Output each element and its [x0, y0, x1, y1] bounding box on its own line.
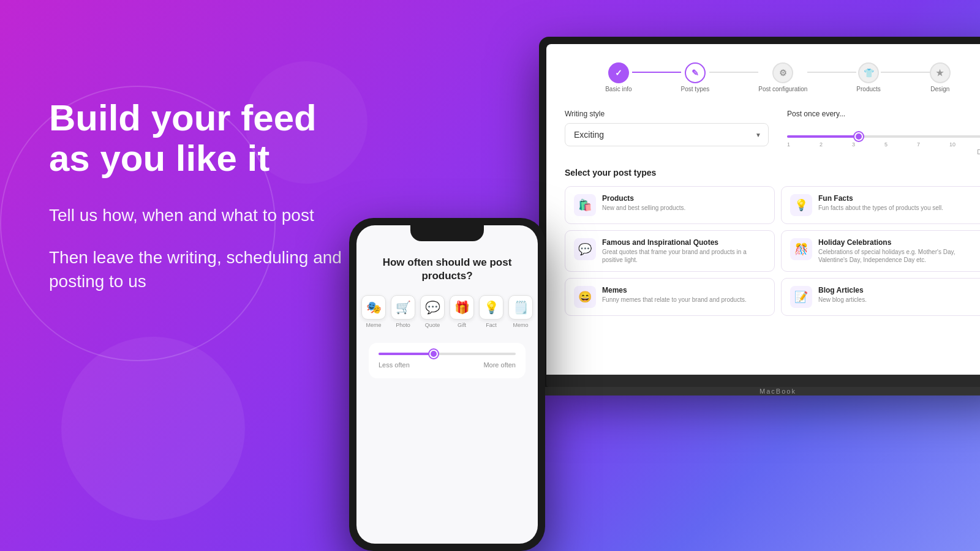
post-types-title: Select your post types [565, 168, 980, 178]
phone-icon-fact[interactable]: 💡 Fact [479, 295, 503, 328]
step-label-design: Design [930, 86, 949, 92]
post-type-icon-memes: 😄 [574, 286, 596, 308]
post-type-desc-holidays: Celebrations of special holidays e.g. Mo… [818, 248, 980, 264]
post-type-name-quotes: Famous and Inspirational Quotes [602, 238, 766, 247]
phone-label-more: More often [483, 361, 516, 369]
tick-3: 3 [852, 141, 855, 148]
phone-wrapper: How often should we post products? 🎭 Mem… [349, 218, 545, 551]
post-type-info-fun-facts: Fun Facts Fun facts about the types of p… [818, 194, 943, 212]
phone-icon-label-gift: Gift [458, 322, 466, 328]
tick-5: 7 [917, 141, 920, 148]
wizard-step-post-config[interactable]: ⚙ Post configuration [758, 62, 807, 92]
tick-6: 10 [949, 141, 956, 148]
post-type-info-blog: Blog Articles New blog articles. [818, 286, 867, 304]
phone-icon-label-fact: Fact [486, 322, 497, 328]
post-frequency-label: Post once every... [787, 110, 980, 118]
laptop-foot: MacBook [539, 387, 980, 395]
tick-1: 1 [787, 141, 790, 148]
phone-slider-fill [379, 353, 434, 355]
step-line-2 [709, 72, 758, 73]
post-type-name-blog: Blog Articles [818, 286, 867, 294]
writing-style-label: Writing style [565, 110, 769, 118]
phone-icon-memo[interactable]: 🗒️ Memo [508, 295, 533, 328]
post-type-icon-products: 🛍️ [574, 194, 596, 216]
post-type-icon-quotes: 💬 [574, 238, 596, 260]
phone-icon-bubble-quote: 💬 [420, 295, 445, 320]
tick-2: 2 [820, 141, 823, 148]
step-icon-basic-info: ✓ [608, 62, 629, 83]
phone-question: How often should we post products? [369, 256, 526, 283]
post-type-icon-holidays: 🎊 [790, 238, 812, 260]
phone-icon-gift[interactable]: 🎁 Gift [450, 295, 474, 328]
settings-row: Writing style Exciting ▼ Post once every… [565, 110, 980, 156]
wizard-step-products[interactable]: 👕 Products [856, 62, 880, 92]
bg-decoration-1 [61, 337, 245, 520]
frequency-slider-labels: 1 2 3 5 7 10 14 [787, 141, 980, 148]
post-type-desc-memes: Funny memes that relate to your brand an… [602, 296, 747, 304]
phone-slider-track[interactable] [379, 353, 516, 355]
post-type-card-memes[interactable]: 😄 Memes Funny memes that relate to your … [565, 278, 775, 316]
writing-style-select[interactable]: Exciting ▼ [565, 123, 769, 146]
post-type-name-memes: Memes [602, 286, 747, 294]
laptop-frame: ✓ Basic info ✎ Post types ⚙ Post configu… [539, 37, 980, 387]
subtext-1: Tell us how, when and what to post [49, 203, 386, 227]
laptop-screen: ✓ Basic info ✎ Post types ⚙ Post configu… [546, 44, 980, 375]
step-line-3 [807, 72, 856, 73]
post-type-desc-products: New and best selling products. [602, 204, 685, 212]
phone-icon-label-meme: Meme [366, 322, 381, 328]
post-types-section: Select your post types 🛍️ Products New a… [565, 168, 980, 316]
post-type-info-products: Products New and best selling products. [602, 194, 685, 212]
post-type-name-products: Products [602, 194, 685, 203]
phone-icon-label-quote: Quote [425, 322, 440, 328]
post-type-card-quotes[interactable]: 💬 Famous and Inspirational Quotes Great … [565, 230, 775, 272]
laptop-wrapper: ✓ Basic info ✎ Post types ⚙ Post configu… [539, 37, 980, 395]
subtext-2: Then leave the writing, scheduling and p… [49, 246, 386, 293]
phone-icon-bubble-memo: 🗒️ [508, 295, 533, 320]
frequency-slider-fill [787, 135, 859, 138]
step-line-1 [632, 72, 681, 73]
headline: Build your feed as you like it [49, 98, 386, 179]
post-type-name-holidays: Holiday Celebrations [818, 238, 980, 247]
laptop-base [546, 375, 980, 387]
post-type-info-holidays: Holiday Celebrations Celebrations of spe… [818, 238, 980, 264]
post-type-desc-quotes: Great quotes that frame your brand and p… [602, 248, 766, 264]
left-panel: Build your feed as you like it Tell us h… [49, 98, 386, 312]
phone-icon-meme[interactable]: 🎭 Meme [361, 295, 386, 328]
frequency-slider-thumb[interactable] [854, 132, 863, 141]
writing-style-select-wrapper: Exciting ▼ [565, 123, 769, 146]
phone-icon-bubble-meme: 🎭 [361, 295, 386, 320]
phone-frame: How often should we post products? 🎭 Mem… [349, 218, 545, 551]
post-frequency-group: Post once every... 1 2 3 5 7 [787, 110, 980, 156]
post-types-grid: 🛍️ Products New and best selling product… [565, 186, 980, 316]
days-label: Days [787, 149, 980, 156]
phone-icon-shop[interactable]: 🛒 Photo [391, 295, 415, 328]
post-type-card-blog[interactable]: 📝 Blog Articles New blog articles. [781, 278, 980, 316]
step-icon-products: 👕 [858, 62, 879, 83]
phone-slider-thumb[interactable] [429, 350, 438, 358]
post-type-card-fun-facts[interactable]: 💡 Fun Facts Fun facts about the types of… [781, 186, 980, 224]
step-label-post-types: Post types [681, 86, 710, 92]
post-type-icon-fun-facts: 💡 [790, 194, 812, 216]
phone-slider-area: Less often More often [369, 343, 526, 378]
step-line-4 [881, 72, 930, 73]
post-type-icon-blog: 📝 [790, 286, 812, 308]
post-type-desc-blog: New blog articles. [818, 296, 867, 304]
post-type-card-products[interactable]: 🛍️ Products New and best selling product… [565, 186, 775, 224]
wizard-step-post-types[interactable]: ✎ Post types [681, 62, 710, 92]
step-icon-design: ★ [930, 62, 951, 83]
phone-icon-quote[interactable]: 💬 Quote [420, 295, 445, 328]
step-label-products: Products [856, 86, 880, 92]
app-content: ✓ Basic info ✎ Post types ⚙ Post configu… [546, 44, 980, 328]
step-icon-post-config: ⚙ [772, 62, 793, 83]
frequency-slider-track[interactable] [787, 135, 980, 138]
step-label-basic-info: Basic info [605, 86, 631, 92]
frequency-slider-container: 1 2 3 5 7 10 14 Days [787, 123, 980, 156]
wizard-step-design[interactable]: ★ Design [930, 62, 951, 92]
post-type-card-holidays[interactable]: 🎊 Holiday Celebrations Celebrations of s… [781, 230, 980, 272]
writing-style-value: Exciting [574, 130, 604, 140]
step-icon-post-types: ✎ [685, 62, 706, 83]
post-type-info-quotes: Famous and Inspirational Quotes Great qu… [602, 238, 766, 264]
phone-freq-labels: Less often More often [379, 361, 516, 369]
writing-style-group: Writing style Exciting ▼ [565, 110, 769, 156]
wizard-step-basic-info[interactable]: ✓ Basic info [605, 62, 631, 92]
